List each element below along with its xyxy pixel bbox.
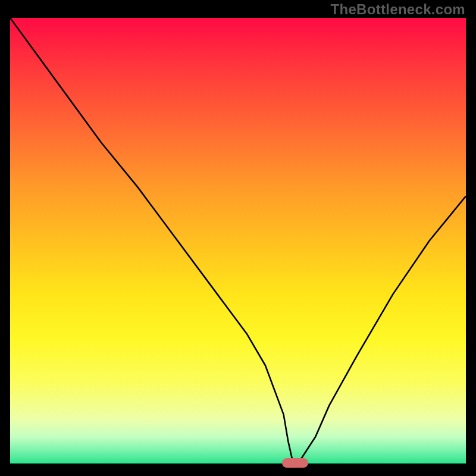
bottleneck-curve <box>10 18 466 461</box>
curve-svg <box>10 18 466 464</box>
plot-area <box>10 18 466 464</box>
optimal-marker-pill <box>282 458 308 468</box>
watermark-text: TheBottleneck.com <box>331 1 465 18</box>
chart-frame: TheBottleneck.com <box>0 0 476 476</box>
